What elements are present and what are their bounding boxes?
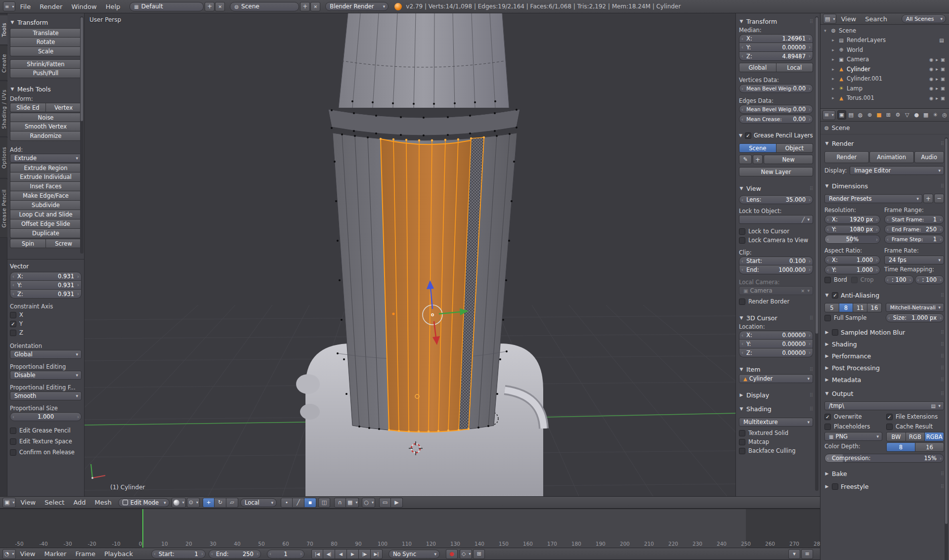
jump-to-end-button[interactable]: ▶| [371, 549, 383, 559]
checkbox[interactable] [739, 237, 745, 244]
tab-material[interactable]: ● [912, 110, 921, 120]
checkbox[interactable] [10, 312, 16, 318]
transform-orientation-dropdown[interactable]: Local [240, 498, 277, 507]
vector-x-field[interactable]: X:0.931 [10, 272, 82, 281]
panel-header-item[interactable]: Item [739, 364, 813, 374]
textured-solid-row[interactable]: Textured Solid [739, 429, 813, 437]
expand-icon[interactable]: ▸ [830, 86, 836, 91]
panel-header-bake[interactable]: Bake [824, 469, 944, 478]
resolution-percentage-slider[interactable]: 50% [824, 235, 880, 244]
face-select-button[interactable]: ▪ [304, 498, 316, 508]
cache-result-row[interactable]: Cache Result [886, 422, 944, 431]
expand-icon[interactable]: ▸ [830, 76, 836, 81]
screen-layout-delete-button[interactable] [215, 2, 225, 11]
edge-select-button[interactable]: ╱ [293, 498, 304, 508]
checkbox[interactable] [824, 277, 831, 283]
lock-camera-row[interactable]: Lock Camera to View [739, 236, 813, 245]
median-z-field[interactable]: Z:4.89487 [739, 52, 813, 61]
play-button[interactable]: ▶ [347, 549, 359, 559]
edit-texture-space-row[interactable]: Edit Texture Space [10, 437, 82, 446]
proportional-editing-dropdown[interactable]: Disable [10, 371, 82, 380]
panel-drag-icon[interactable] [810, 367, 813, 372]
viewport-canvas[interactable] [85, 13, 735, 496]
render-display-dropdown[interactable]: Image Editor [850, 166, 944, 175]
vertex-select-button[interactable]: ∙ [281, 498, 293, 508]
visibility-icon[interactable] [929, 66, 933, 72]
tab-render-layers[interactable]: ▤ [847, 110, 856, 120]
render-presets-dropdown[interactable]: Render Presets [824, 194, 922, 203]
screen-layout-selector[interactable]: ▦ Default [129, 2, 204, 11]
backface-culling-row[interactable]: Backface Culling [739, 446, 813, 455]
eyedropper-icon[interactable] [802, 216, 805, 223]
proportional-size-field[interactable]: 1.000 [10, 412, 82, 421]
manipulator-translate-button[interactable]: + [203, 498, 215, 508]
panel-drag-icon[interactable] [810, 315, 813, 321]
editor-type-3dview-button[interactable]: ▣ [2, 498, 16, 508]
screw-button[interactable]: Screw [46, 239, 82, 248]
outliner-row-cylinder-001[interactable]: ▸Cylinder.001 [822, 74, 948, 84]
motion-blur-checkbox[interactable] [832, 329, 838, 336]
cursor-x-field[interactable]: X:0.00000 [739, 331, 813, 340]
timeline-pin-button[interactable]: ▾ [788, 549, 800, 559]
panel-header-performance[interactable]: Performance [824, 351, 944, 361]
panel-header-display[interactable]: Display [739, 390, 813, 400]
placeholders-row[interactable]: Placeholders [824, 422, 882, 431]
lock-object-field[interactable] [739, 215, 813, 224]
checkbox-checked[interactable] [824, 414, 831, 420]
frame-rate-dropdown[interactable]: 24 fps [884, 256, 944, 264]
insert-keyframe-button[interactable]: ⊞ [473, 549, 485, 559]
panel-header-transform[interactable]: Transform [10, 17, 82, 27]
panel-drag-icon[interactable] [810, 406, 813, 412]
extrude-individual-button[interactable]: Extrude Individual [10, 172, 82, 182]
opengl-render-anim-button[interactable]: ▶ [391, 498, 403, 508]
freestyle-checkbox[interactable] [832, 483, 838, 490]
full-sample-row[interactable]: Full Sample [824, 313, 882, 322]
checkbox[interactable] [739, 228, 745, 235]
aa-filter-dropdown[interactable]: Mitchell-Netravali [886, 303, 944, 312]
outliner-filter-dropdown[interactable]: All Scenes [902, 14, 946, 23]
keying-set-dropdown[interactable]: ◇ [460, 549, 472, 559]
lock-to-cursor-row[interactable]: Lock to Cursor [739, 227, 813, 236]
constraint-z-checkbox-row[interactable]: Z [10, 328, 82, 337]
remap-old-field[interactable]: : 100 [884, 275, 913, 284]
render-button[interactable]: Render [824, 151, 869, 163]
snap-element-dropdown[interactable]: ▦ [346, 498, 359, 508]
panel-drag-icon[interactable] [941, 377, 944, 383]
extrude-dropdown[interactable]: Extrude [10, 154, 82, 163]
toolshelf-tab-options[interactable]: Options [0, 138, 7, 178]
output-path-field[interactable]: /tmp\ [824, 401, 944, 410]
panel-header-metadata[interactable]: Metadata [824, 375, 944, 385]
matcap-row[interactable]: Matcap [739, 437, 813, 446]
timeline-menu-playback[interactable]: Playback [100, 550, 137, 558]
renderable-icon[interactable] [941, 95, 945, 101]
aa-samples-16-button[interactable]: 16 [867, 303, 882, 312]
cursor-y-field[interactable]: Y:0.00000 [739, 340, 813, 348]
extrude-region-button[interactable]: Extrude Region [10, 163, 82, 172]
prev-keyframe-button[interactable]: ◀| [323, 549, 335, 559]
aa-checkbox[interactable] [832, 292, 838, 299]
aa-samples-11-button[interactable]: 11 [853, 303, 867, 312]
render-border-row[interactable]: Render Border [739, 297, 813, 306]
preset-add-button[interactable] [923, 194, 933, 203]
tab-render[interactable]: ▣ [837, 110, 846, 120]
view3d-menu-select[interactable]: Select [40, 499, 69, 506]
toolshelf-tab-grease-pencil[interactable]: Grease Pencil [0, 179, 7, 238]
outliner-menu-search[interactable]: Search [861, 15, 892, 23]
checkbox[interactable] [739, 299, 745, 305]
panel-drag-icon[interactable] [941, 141, 944, 146]
panel-drag-icon[interactable] [941, 365, 944, 371]
push-pull-button[interactable]: Push/Pull [10, 69, 82, 78]
edge-crease-field[interactable]: Mean Crease:0.00 [739, 115, 813, 124]
new-layer-button[interactable]: New Layer [739, 167, 813, 176]
vertex-bevel-weight-field[interactable]: Mean Bevel Weig:0.00 [739, 84, 813, 93]
pivot-dropdown[interactable]: ⊙ [187, 498, 200, 508]
tab-constraints[interactable]: ⊞ [884, 110, 893, 120]
overwrite-row[interactable]: Overwrite [824, 412, 882, 421]
channels-rgb-button[interactable]: RGB [906, 432, 925, 441]
editor-type-info-button[interactable]: ≡ [3, 1, 15, 11]
panel-header-post-processing[interactable]: Post Processing [824, 363, 944, 373]
offset-edge-slide-button[interactable]: Offset Edge Slide [10, 219, 82, 229]
outliner-row-cylinder[interactable]: ▸Cylinder [822, 64, 948, 74]
screen-layout-add-button[interactable] [205, 2, 215, 11]
visibility-icon[interactable] [929, 86, 933, 91]
